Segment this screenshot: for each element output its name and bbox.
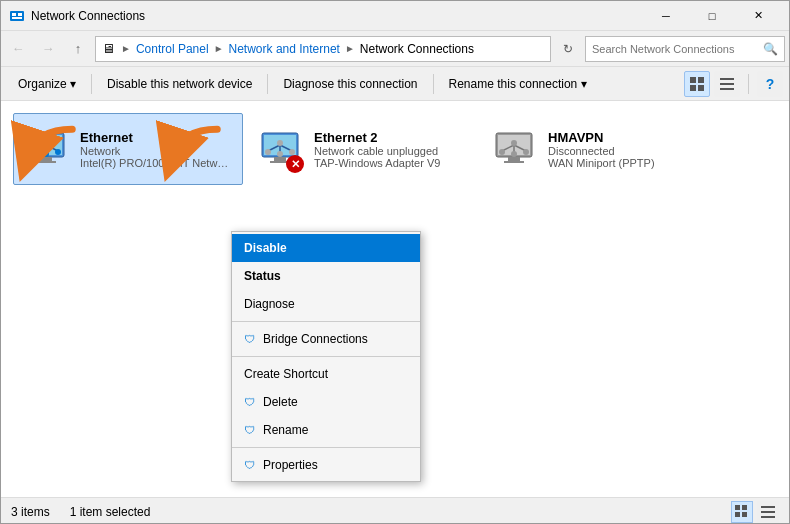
- properties-label: Properties: [263, 458, 318, 472]
- status-bar-right: [731, 501, 779, 523]
- minimize-button[interactable]: ─: [643, 1, 689, 31]
- svg-rect-35: [508, 157, 520, 161]
- svg-rect-5: [698, 77, 704, 83]
- forward-button[interactable]: →: [35, 36, 61, 62]
- hmavpn-icon: [490, 125, 538, 173]
- ctx-item-delete[interactable]: 🛡 Delete: [232, 388, 420, 416]
- rename-connection-button[interactable]: Rename this connection ▾: [438, 70, 599, 98]
- ethernet2-type: Network cable unplugged: [314, 145, 468, 157]
- toolbar-separator-2: [267, 74, 268, 94]
- status-label: Status: [244, 269, 281, 283]
- ethernet2-icon: ✕: [256, 125, 304, 173]
- organize-button[interactable]: Organize ▾: [7, 70, 87, 98]
- breadcrumb-home-icon: 🖥: [102, 41, 115, 56]
- svg-point-42: [511, 151, 517, 157]
- diagnose-connection-button[interactable]: Diagnose this connection: [272, 70, 428, 98]
- properties-shield-icon: 🛡: [244, 459, 255, 471]
- toolbar-right: ?: [684, 71, 783, 97]
- ctx-item-disable[interactable]: Disable: [232, 234, 420, 262]
- svg-point-40: [511, 140, 517, 146]
- svg-point-30: [265, 149, 271, 155]
- ctx-item-shortcut[interactable]: Create Shortcut: [232, 360, 420, 388]
- back-button[interactable]: ←: [5, 36, 31, 62]
- svg-point-31: [277, 151, 283, 157]
- hmavpn-info: HMAVPN Disconnected WAN Miniport (PPTP): [548, 130, 702, 169]
- svg-rect-36: [504, 161, 524, 163]
- ethernet2-info: Ethernet 2 Network cable unplugged TAP-W…: [314, 130, 468, 169]
- search-box: 🔍: [585, 36, 785, 62]
- delete-label: Delete: [263, 395, 298, 409]
- title-bar: Network Connections ─ □ ✕: [1, 1, 789, 31]
- svg-rect-4: [690, 77, 696, 83]
- ctx-item-rename[interactable]: 🛡 Rename: [232, 416, 420, 444]
- ctx-separator-1: [232, 321, 420, 322]
- hmavpn-type: Disconnected: [548, 145, 702, 157]
- up-button[interactable]: ↑: [65, 36, 91, 62]
- window-icon: [9, 8, 25, 24]
- disable-network-button[interactable]: Disable this network device: [96, 70, 263, 98]
- search-input[interactable]: [592, 43, 763, 55]
- breadcrumb-network-connections: Network Connections: [357, 42, 477, 56]
- svg-point-41: [499, 149, 505, 155]
- content-area: Ethernet Network Intel(R) PRO/1000 MT Ne…: [1, 101, 789, 497]
- breadcrumb-network-internet[interactable]: Network and Internet: [226, 42, 343, 56]
- ctx-separator-3: [232, 447, 420, 448]
- network-item-ethernet2[interactable]: ✕ Ethernet 2 Network cable unplugged TAP…: [247, 113, 477, 185]
- hmavpn-name: HMAVPN: [548, 130, 702, 145]
- svg-rect-46: [735, 512, 740, 517]
- rename-label: Rename: [263, 423, 308, 437]
- svg-rect-50: [761, 516, 775, 518]
- selected-count: 1 item selected: [70, 505, 151, 519]
- search-icon: 🔍: [763, 42, 778, 56]
- rename-shield-icon: 🛡: [244, 424, 255, 436]
- bridge-shield-icon: 🛡: [244, 333, 255, 345]
- ethernet2-adapter: TAP-Windows Adapter V9: [314, 157, 468, 169]
- svg-rect-44: [735, 505, 740, 510]
- arrow-1: [11, 116, 81, 186]
- svg-rect-8: [720, 78, 734, 80]
- svg-rect-49: [761, 511, 775, 513]
- toolbar-separator-4: [748, 74, 749, 94]
- svg-point-29: [277, 140, 283, 146]
- svg-rect-48: [761, 506, 775, 508]
- ctx-item-properties[interactable]: 🛡 Properties: [232, 451, 420, 479]
- svg-rect-9: [720, 83, 734, 85]
- maximize-button[interactable]: □: [689, 1, 735, 31]
- status-view-btn-grid[interactable]: [731, 501, 753, 523]
- delete-shield-icon: 🛡: [244, 396, 255, 408]
- status-view-btn-list[interactable]: [757, 501, 779, 523]
- view-toggle-1[interactable]: [684, 71, 710, 97]
- svg-rect-3: [12, 17, 22, 19]
- ctx-separator-2: [232, 356, 420, 357]
- breadcrumb: 🖥 ► Control Panel ► Network and Internet…: [95, 36, 551, 62]
- ethernet2-name: Ethernet 2: [314, 130, 468, 145]
- network-item-hmavpn[interactable]: HMAVPN Disconnected WAN Miniport (PPTP): [481, 113, 711, 185]
- svg-rect-2: [18, 13, 22, 16]
- main-content: Ethernet Network Intel(R) PRO/1000 MT Ne…: [1, 101, 789, 497]
- toolbar-separator-3: [433, 74, 434, 94]
- refresh-button[interactable]: ↻: [555, 36, 581, 62]
- close-button[interactable]: ✕: [735, 1, 781, 31]
- ctx-item-diagnose[interactable]: Diagnose: [232, 290, 420, 318]
- ctx-item-bridge[interactable]: 🛡 Bridge Connections: [232, 325, 420, 353]
- ctx-item-status[interactable]: Status: [232, 262, 420, 290]
- context-menu: Disable Status Diagnose 🛡 Bridge Connect…: [231, 231, 421, 482]
- arrow-2: [156, 116, 226, 186]
- item-count: 3 items: [11, 505, 50, 519]
- title-bar-controls: ─ □ ✕: [643, 1, 781, 31]
- breadcrumb-control-panel[interactable]: Control Panel: [133, 42, 212, 56]
- svg-rect-24: [274, 157, 286, 161]
- svg-rect-6: [690, 85, 696, 91]
- help-button[interactable]: ?: [757, 71, 783, 97]
- svg-rect-45: [742, 505, 747, 510]
- svg-point-43: [523, 149, 529, 155]
- svg-rect-1: [12, 13, 16, 16]
- svg-rect-7: [698, 85, 704, 91]
- svg-rect-10: [720, 88, 734, 90]
- view-toggle-2[interactable]: [714, 71, 740, 97]
- shortcut-label: Create Shortcut: [244, 367, 328, 381]
- address-bar: ← → ↑ 🖥 ► Control Panel ► Network and In…: [1, 31, 789, 67]
- disable-label: Disable: [244, 241, 287, 255]
- toolbar: Organize ▾ Disable this network device D…: [1, 67, 789, 101]
- hmavpn-adapter: WAN Miniport (PPTP): [548, 157, 702, 169]
